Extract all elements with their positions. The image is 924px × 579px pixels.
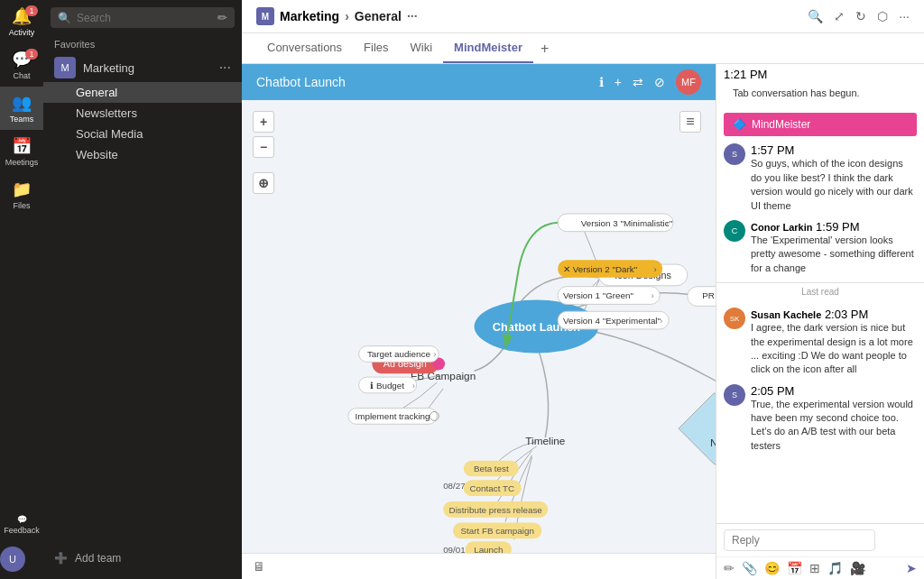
main-header: M Marketing › General ··· 🔍 ⤢ ↻ ⬡ ··· xyxy=(242,0,924,33)
refresh-icon[interactable]: ↻ xyxy=(855,9,866,23)
header-dots[interactable]: ··· xyxy=(407,9,418,23)
add-team-icon: ➕ xyxy=(54,552,68,565)
mindmap-toolbar: Chatbot Launch ℹ + ⇄ ⊘ MF xyxy=(242,64,716,100)
tab-conversations[interactable]: Conversations xyxy=(256,33,353,63)
svg-text:Contact TC: Contact TC xyxy=(469,483,514,493)
header-icons: 🔍 ⤢ ↻ ⬡ ··· xyxy=(808,9,910,23)
nav-item-teams[interactable]: 👥 Teams xyxy=(0,87,43,130)
meetings-icon: 📅 xyxy=(12,136,32,156)
emoji-icon[interactable]: 😊 xyxy=(764,561,780,575)
svg-text:Launch: Launch xyxy=(474,545,503,553)
channel-website[interactable]: Website xyxy=(43,144,242,165)
activity-label: Activity xyxy=(9,28,35,37)
tab-mindmeister[interactable]: MindMeister xyxy=(443,33,533,63)
svg-text:›: › xyxy=(665,218,668,228)
team-more-icon[interactable]: ··· xyxy=(219,60,231,76)
svg-text:›: › xyxy=(651,290,653,300)
chat-panel: 1:21 PM Tab conversation has begun. 🔷 Mi… xyxy=(716,64,924,579)
svg-text:Name Ideas: Name Ideas xyxy=(710,437,716,449)
user-avatar[interactable]: U xyxy=(0,547,25,572)
activity-badge: 1 xyxy=(25,5,38,16)
mindmap-avatar: MF xyxy=(676,69,701,95)
chat-message-6: SK Susan Kachele 2:03 PM I agree, the da… xyxy=(716,304,924,381)
audio-icon[interactable]: 🎵 xyxy=(827,561,843,575)
popout-icon[interactable]: ⬡ xyxy=(877,9,888,23)
svg-text:✕ Version 2 "Dark": ✕ Version 2 "Dark" xyxy=(563,264,638,274)
svg-text:Beta test: Beta test xyxy=(474,464,509,473)
compose-icon[interactable]: ✏ xyxy=(217,11,227,24)
content-area: Chatbot Launch ℹ + ⇄ ⊘ MF + − ≡ ⊕ xyxy=(242,64,924,579)
svg-text:Start FB campaign: Start FB campaign xyxy=(460,526,533,536)
msg-text-7: True, the experimental version would hav… xyxy=(751,398,917,454)
msg-text-6: I agree, the dark version is nice but th… xyxy=(751,321,917,377)
last-read-divider: Last read xyxy=(716,282,924,300)
sync-icon[interactable]: ⇄ xyxy=(633,75,643,89)
avatar-7: S xyxy=(724,384,745,406)
svg-text:ℹ Budget: ℹ Budget xyxy=(370,381,404,391)
feedback-icon: 💬 xyxy=(17,515,27,524)
nav-item-activity[interactable]: 🔔 1 Activity xyxy=(0,0,43,43)
nav-feedback[interactable]: 💬 Feedback xyxy=(0,503,43,547)
nav-item-files[interactable]: 📁 Files xyxy=(0,173,43,216)
system-msg-text: Tab conversation has begun. xyxy=(724,81,917,106)
msg-time-4: Conor Larkin 1:59 PM xyxy=(751,220,859,234)
add-icon[interactable]: + xyxy=(614,75,622,89)
add-tab-button[interactable]: + xyxy=(533,37,556,60)
tab-wiki[interactable]: Wiki xyxy=(400,33,444,63)
avatar-6: SK xyxy=(724,308,745,329)
tabs-bar: Conversations Files Wiki MindMeister + xyxy=(242,33,924,64)
mindmap-svg: Chatbot Launch Icon Designs PR Plan Name… xyxy=(242,100,716,553)
sidebar: 🔍 ✏ Favorites M Marketing ··· General Ne… xyxy=(43,0,242,579)
svg-text:›: › xyxy=(653,264,656,274)
mindmap-canvas[interactable]: + − ≡ ⊕ xyxy=(242,100,716,553)
schedule-icon[interactable]: 📅 xyxy=(787,561,802,575)
add-team-button[interactable]: ➕ Add team xyxy=(43,545,242,572)
chat-messages: 1:21 PM Tab conversation has begun. 🔷 Mi… xyxy=(716,64,924,523)
chat-message-7: S 2:05 PM True, the experimental version… xyxy=(716,381,924,457)
search-bar[interactable]: 🔍 ✏ xyxy=(51,7,235,28)
channel-breadcrumb: General xyxy=(355,9,402,23)
team-avatar: M xyxy=(54,57,76,78)
svg-text:Version 1 "Green": Version 1 "Green" xyxy=(563,290,634,300)
info-icon[interactable]: ℹ xyxy=(599,75,604,89)
svg-text:Timeline: Timeline xyxy=(525,435,566,447)
screen-icon: 🖥 xyxy=(253,559,265,574)
search-header-icon[interactable]: 🔍 xyxy=(808,9,823,23)
breadcrumb: M Marketing › General ··· xyxy=(256,7,418,25)
svg-text:Implement tracking: Implement tracking xyxy=(356,411,430,421)
channel-social-media[interactable]: Social Media xyxy=(43,124,242,144)
send-button[interactable]: ➤ xyxy=(906,561,917,575)
sidebar-team-marketing[interactable]: M Marketing ··· xyxy=(43,53,242,82)
team-breadcrumb-icon: M xyxy=(256,7,274,25)
msg-time-7: 2:05 PM xyxy=(751,384,794,398)
search-input[interactable] xyxy=(77,12,212,24)
msg-time-3: 1:57 PM xyxy=(751,143,794,157)
mindmeister-icon: 🔷 xyxy=(733,118,746,131)
avatar-4: C xyxy=(724,220,745,242)
expand-icon[interactable]: ⤢ xyxy=(834,9,845,23)
nav-item-chat[interactable]: 💬 1 Chat xyxy=(0,43,43,87)
svg-text:›: › xyxy=(412,381,415,391)
system-message: 1:21 PM Tab conversation has begun. xyxy=(716,64,924,109)
breadcrumb-arrow: › xyxy=(345,9,349,23)
msg-text-4: The 'Experimental' version looks pretty … xyxy=(751,234,917,275)
search-icon: 🔍 xyxy=(58,12,71,24)
mindmeister-banner[interactable]: 🔷 MindMeister xyxy=(724,113,917,136)
more-icon[interactable]: ··· xyxy=(899,9,910,23)
nav-bar: 🔔 1 Activity 💬 1 Chat 👥 Teams 📅 Meetings… xyxy=(0,0,43,579)
options-icon[interactable]: ⊞ xyxy=(809,561,820,575)
format-icon[interactable]: ✏ xyxy=(724,561,735,575)
video-icon[interactable]: 🎥 xyxy=(850,561,865,575)
team-name: Marketing xyxy=(83,61,212,75)
channel-general[interactable]: General xyxy=(43,82,242,103)
chat-reply-input[interactable] xyxy=(724,529,875,551)
files-label: Files xyxy=(13,201,30,210)
tab-files[interactable]: Files xyxy=(353,33,399,63)
nav-item-meetings[interactable]: 📅 Meetings xyxy=(0,130,43,173)
mindmap-panel: Chatbot Launch ℹ + ⇄ ⊘ MF + − ≡ ⊕ xyxy=(242,64,716,579)
channel-newsletters[interactable]: Newsletters xyxy=(43,103,242,124)
chat-message-4: C Conor Larkin 1:59 PM The 'Experimental… xyxy=(716,216,924,279)
msg-time-1: 1:21 PM xyxy=(724,68,767,81)
attach-icon[interactable]: 📎 xyxy=(742,561,757,575)
block-icon[interactable]: ⊘ xyxy=(654,75,665,89)
